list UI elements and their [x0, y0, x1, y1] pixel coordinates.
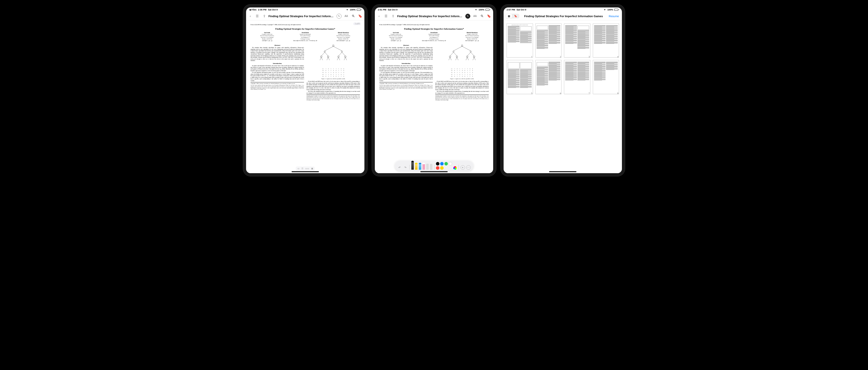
bookmark-icon[interactable]: 🔖 — [487, 14, 491, 19]
document-content[interactable]: From: AAAI-98 Proceedings. Copyright © 1… — [375, 20, 493, 173]
battery-icon — [614, 9, 619, 11]
undo-icon[interactable]: ↶ — [398, 165, 402, 170]
color-swatch[interactable] — [440, 162, 444, 166]
search-icon[interactable]: 🔍︎ — [480, 14, 484, 19]
col2-p1: If both MAX and MIN know the world to be… — [435, 81, 489, 90]
marker-tool[interactable] — [418, 164, 421, 170]
add-icon[interactable]: + — [460, 165, 465, 170]
more-icon[interactable]: ⋯ — [466, 165, 470, 170]
paper-source-line: From: AAAI-98 Proceedings. Copyright © 1… — [379, 24, 489, 26]
separator — [434, 165, 434, 170]
payoff-table: w₁10111100w₂01100110w₃01100110w₄11011101… — [321, 68, 345, 78]
view-mode-strip[interactable]: ▭ ☷ ▭▭ ▦ — [296, 167, 315, 171]
resume-button[interactable]: Resume — [608, 15, 620, 18]
markup-icon[interactable]: ✎ — [337, 14, 342, 19]
highlighter-tool[interactable] — [415, 164, 417, 170]
intro-p1: In games with imperfect information, the… — [251, 65, 304, 72]
grid-view-seg[interactable]: ▦ — [506, 14, 512, 18]
text-size-icon[interactable]: AA — [473, 14, 477, 19]
color-swatch[interactable] — [440, 166, 444, 170]
svg-line-42 — [450, 57, 452, 60]
status-bar: 2:57 PM Sat Oct 9 ᯤ 100% — [504, 7, 622, 12]
battery-percent: 100% — [478, 8, 484, 11]
separator — [409, 165, 410, 170]
redo-icon[interactable]: ↷ — [403, 165, 408, 170]
home-indicator[interactable] — [549, 171, 577, 172]
thumbnail-page-number: 6 — [560, 92, 561, 94]
ruler-tool[interactable] — [430, 164, 432, 170]
page-thumbnail[interactable]: 5 — [506, 60, 533, 94]
author: David BasinInstitut für InformatikUniver… — [293, 32, 317, 41]
col2-footnote: assigning payoff n-tuples to each leaf n… — [307, 94, 360, 101]
lasso-tool[interactable] — [426, 164, 429, 170]
view-grid-icon[interactable]: ▦ — [310, 167, 314, 170]
home-indicator[interactable] — [291, 171, 319, 172]
page-thumbnail[interactable]: 3 — [564, 23, 590, 57]
page-title: Finding Optimal Strategies For Imperfect… — [269, 15, 335, 18]
color-swatch[interactable] — [444, 162, 448, 166]
color-swatch[interactable] — [436, 166, 439, 170]
svg-text:g: g — [345, 56, 345, 57]
share-icon[interactable]: ⇪ — [391, 14, 395, 19]
outline-icon[interactable]: ☰ — [255, 14, 259, 19]
pen-tool[interactable] — [411, 162, 414, 170]
page-thumbnail[interactable]: 6 — [535, 60, 562, 94]
back-app-label[interactable]: ◀ Files — [249, 8, 256, 11]
battery-icon — [357, 9, 362, 11]
col2-footnote: assigning payoff n-tuples to each leaf n… — [435, 94, 489, 101]
paper-page-1: From: AAAI-98 Proceedings. Copyright © 1… — [246, 20, 364, 173]
color-picker-icon[interactable] — [454, 166, 457, 170]
svg-line-35 — [467, 52, 470, 56]
col2-p1: If both MAX and MIN know the world to be… — [307, 81, 360, 90]
eraser-tool[interactable] — [422, 164, 425, 170]
svg-text:e: e — [457, 56, 457, 57]
svg-line-33 — [450, 52, 454, 56]
thumbnail-page-number: 5 — [531, 92, 532, 94]
page-title: Finding Optimal Strategies For Imperfect… — [521, 15, 606, 18]
svg-line-8 — [342, 52, 345, 56]
share-icon[interactable]: ⇪ — [262, 14, 267, 19]
footnote-reader: ¹For the reader familiar with basic game… — [379, 84, 433, 90]
svg-line-1 — [324, 47, 333, 51]
svg-line-5 — [321, 52, 324, 56]
ipad-markup-view: 2:51 PM Sat Oct 9 ᯤ 100% ‹ ☰ ⇪ Finding O… — [372, 4, 496, 176]
status-time: 2:51 PM — [378, 8, 386, 11]
back-icon[interactable]: ‹ — [248, 14, 252, 19]
battery-percent: 100% — [350, 8, 355, 11]
page-thumbnail[interactable]: 4 — [593, 23, 619, 57]
page-thumbnail[interactable]: 2 — [535, 23, 562, 57]
svg-text:f: f — [467, 56, 467, 57]
page-thumbnail[interactable]: Finding Optimal Strategies for Imperfect… — [506, 23, 533, 57]
thumbnail-content[interactable]: Finding Optimal Strategies for Imperfect… — [504, 20, 622, 173]
abstract-text: We examine three heuristic algorithms fo… — [379, 47, 433, 61]
page-thumbnail[interactable]: 8 — [593, 60, 619, 94]
home-indicator[interactable] — [420, 171, 448, 172]
svg-line-46 — [467, 57, 469, 60]
status-date: Sat Oct 9 — [268, 8, 278, 11]
search-icon[interactable]: 🔍︎ — [351, 14, 355, 19]
view-single-icon[interactable]: ▭ — [297, 167, 300, 170]
color-swatch[interactable] — [436, 162, 439, 166]
document-content[interactable]: 1 of 8 From: AAAI-98 Proceedings. Copyri… — [246, 20, 364, 173]
svg-text:d: d — [321, 56, 321, 57]
back-icon[interactable]: ‹ — [377, 14, 381, 19]
paper-title: Finding Optimal Strategies for Imperfect… — [379, 28, 489, 30]
view-continuous-icon[interactable]: ☷ — [301, 167, 304, 170]
text-size-icon[interactable]: AA — [344, 14, 348, 19]
thumbnail-page-number: 2 — [560, 56, 561, 58]
col2-p2: We follow the standard practice in game … — [307, 91, 360, 94]
battery-icon — [486, 9, 490, 11]
bookmark-icon[interactable]: 🔖 — [358, 14, 363, 19]
svg-line-43 — [455, 57, 457, 60]
outline-icon[interactable]: ☰ — [384, 14, 388, 19]
page-thumbnail[interactable]: 7 — [564, 60, 590, 94]
intro-p2: For any imperfect information game, we w… — [379, 72, 433, 81]
bookmarks-seg[interactable]: 🔖 — [512, 14, 519, 18]
svg-text:d: d — [450, 56, 450, 57]
separator — [459, 165, 459, 170]
color-swatch[interactable] — [449, 162, 452, 166]
view-segmented-control[interactable]: ▦ 🔖 — [505, 14, 519, 19]
status-date: Sat Oct 9 — [517, 8, 526, 11]
markup-icon-active[interactable]: ✎ — [465, 14, 470, 19]
view-two-icon[interactable]: ▭▭ — [305, 167, 310, 170]
